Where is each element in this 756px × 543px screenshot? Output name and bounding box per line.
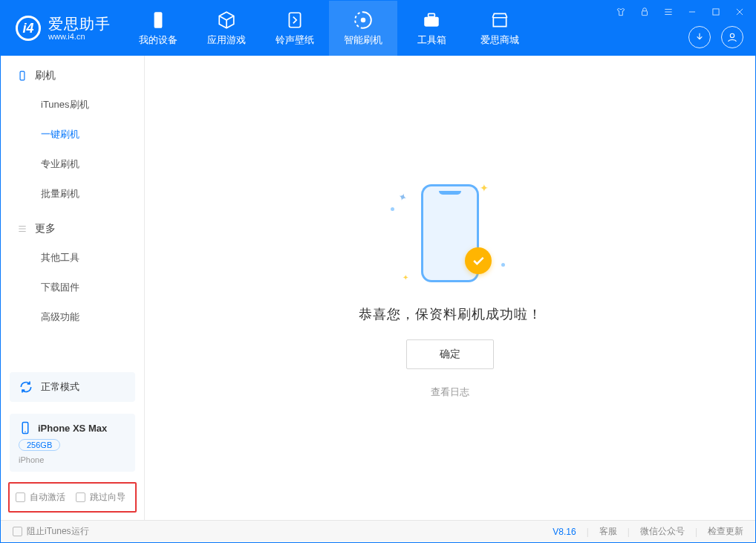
nav-label: 爱思商城: [480, 33, 519, 47]
flash-icon: [353, 10, 373, 30]
wechat-link[interactable]: 微信公众号: [640, 525, 685, 538]
version-label: V8.16: [553, 527, 576, 537]
top-nav: 我的设备 应用游戏 铃声壁纸 智能刷机 工具箱 爱思商城: [124, 1, 534, 56]
success-illustration: ✦ ✦ ✦: [391, 178, 509, 289]
sidebar-group-title: 更多: [35, 222, 56, 235]
toolbox-icon: [422, 10, 441, 30]
device-card[interactable]: iPhone XS Max 256GB iPhone: [10, 414, 135, 472]
dot-icon: [501, 263, 505, 267]
logo-icon: i4: [16, 16, 41, 41]
titlebar: i4 爱思助手 www.i4.cn 我的设备 应用游戏 铃声壁纸 智能刷机: [1, 1, 755, 56]
svg-rect-1: [289, 13, 300, 27]
menu-icon[interactable]: [662, 5, 675, 19]
sidebar-item-onekey-flash[interactable]: 一键刷机: [1, 120, 144, 149]
svg-rect-6: [713, 9, 719, 15]
header-actions: [688, 26, 743, 48]
tshirt-icon[interactable]: [614, 5, 628, 19]
app-url: www.i4.cn: [48, 32, 111, 41]
app-body: 刷机 iTunes刷机 一键刷机 专业刷机 批量刷机 更多 其他工具 下载固件 …: [1, 56, 755, 520]
minimize-icon[interactable]: [685, 5, 699, 19]
list-icon: [17, 224, 27, 234]
svg-point-7: [730, 33, 734, 37]
svg-rect-4: [428, 13, 435, 16]
checkbox-icon: [76, 492, 85, 502]
checkbox-skip-guide[interactable]: 跳过向导: [76, 491, 126, 504]
check-badge-icon: [465, 247, 492, 274]
nav-toolbox[interactable]: 工具箱: [397, 1, 466, 56]
download-icon[interactable]: [688, 26, 711, 48]
device-storage: 256GB: [19, 439, 60, 451]
store-icon: [490, 10, 509, 30]
nav-ringtone-wallpaper[interactable]: 铃声壁纸: [261, 1, 329, 56]
refresh-icon: [19, 380, 33, 394]
window-controls: [614, 1, 755, 19]
close-icon[interactable]: [733, 5, 746, 19]
nav-label: 铃声壁纸: [276, 33, 314, 47]
checkbox-icon: [16, 492, 25, 502]
svg-point-10: [25, 432, 26, 433]
logo[interactable]: i4 爱思助手 www.i4.cn: [1, 1, 124, 56]
nav-smart-flash[interactable]: 智能刷机: [329, 1, 397, 56]
statusbar: 阻止iTunes运行 V8.16 | 客服 | 微信公众号 | 检查更新: [1, 520, 755, 542]
nav-label: 应用游戏: [207, 33, 246, 47]
ringtone-icon: [285, 10, 304, 30]
checkbox-label: 自动激活: [30, 491, 65, 504]
main-content: ✦ ✦ ✦ 恭喜您，保资料刷机成功啦！ 确定 查看日志: [145, 56, 755, 520]
sidebar-item-pro-flash[interactable]: 专业刷机: [1, 149, 144, 179]
nav-store[interactable]: 爱思商城: [466, 1, 534, 56]
device-name: iPhone XS Max: [38, 423, 107, 434]
sidebar-group-title: 刷机: [35, 69, 56, 82]
mode-card[interactable]: 正常模式: [10, 372, 135, 402]
cube-icon: [217, 10, 236, 30]
svg-rect-5: [642, 11, 648, 16]
app-name: 爱思助手: [48, 16, 111, 32]
sidebar: 刷机 iTunes刷机 一键刷机 专业刷机 批量刷机 更多 其他工具 下载固件 …: [1, 56, 145, 520]
sidebar-item-batch-flash[interactable]: 批量刷机: [1, 179, 144, 209]
dot-icon: [391, 207, 394, 211]
checkbox-label: 阻止iTunes运行: [27, 525, 89, 538]
nav-apps-games[interactable]: 应用游戏: [192, 1, 261, 56]
device-subtitle: iPhone: [19, 455, 126, 464]
svg-rect-8: [20, 71, 25, 80]
view-log-link[interactable]: 查看日志: [431, 386, 469, 399]
sparkle-icon: ✦: [403, 273, 408, 282]
result-message: 恭喜您，保资料刷机成功啦！: [359, 305, 542, 323]
checkbox-block-itunes[interactable]: 阻止iTunes运行: [13, 525, 89, 538]
sidebar-item-other-tools[interactable]: 其他工具: [1, 243, 144, 273]
svg-point-2: [361, 17, 366, 22]
nav-label: 我的设备: [139, 33, 177, 47]
lock-icon[interactable]: [638, 5, 651, 19]
nav-my-device[interactable]: 我的设备: [124, 1, 192, 56]
check-update-link[interactable]: 检查更新: [708, 525, 743, 538]
sidebar-item-advanced[interactable]: 高级功能: [1, 302, 144, 332]
sidebar-group-flash: 刷机: [1, 56, 144, 90]
options-highlight: 自动激活 跳过向导: [8, 482, 137, 513]
phone-icon: [149, 10, 168, 30]
sparkle-icon: ✦: [480, 182, 489, 194]
maximize-icon[interactable]: [709, 5, 723, 19]
sparkle-icon: ✦: [397, 189, 409, 204]
nav-label: 工具箱: [417, 33, 446, 47]
svg-rect-3: [424, 16, 439, 26]
sidebar-item-download-firmware[interactable]: 下载固件: [1, 273, 144, 302]
mode-label: 正常模式: [41, 380, 79, 394]
support-link[interactable]: 客服: [599, 525, 617, 538]
nav-label: 智能刷机: [344, 33, 382, 47]
checkbox-icon: [13, 527, 22, 536]
svg-rect-0: [154, 12, 163, 28]
checkbox-label: 跳过向导: [90, 491, 126, 504]
phone-small-icon: [19, 421, 32, 435]
sidebar-group-more: 更多: [1, 209, 144, 243]
checkbox-auto-activate[interactable]: 自动激活: [16, 491, 65, 504]
sidebar-item-itunes-flash[interactable]: iTunes刷机: [1, 90, 144, 120]
device-icon: [17, 71, 27, 81]
user-icon[interactable]: [721, 26, 743, 48]
ok-button[interactable]: 确定: [406, 339, 494, 369]
app-window: i4 爱思助手 www.i4.cn 我的设备 应用游戏 铃声壁纸 智能刷机: [0, 0, 756, 543]
